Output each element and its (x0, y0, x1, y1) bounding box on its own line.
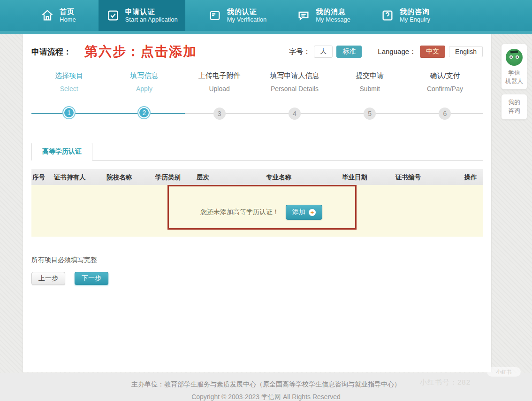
step-confirm-pay: 确认/支付 Confirm/Pay (407, 70, 482, 93)
plus-circle-icon: + (309, 209, 316, 216)
step-submit: 提交申请 Submit (332, 70, 407, 93)
nav-home-en: Home (60, 16, 76, 23)
step-dot-3: 3 (213, 108, 226, 120)
step-dot-6: 6 (439, 108, 451, 120)
col-graduation-date: 毕业日期 (341, 173, 395, 182)
robot-label-line1: 学信 (503, 69, 525, 77)
language-english-button[interactable]: English (449, 46, 483, 57)
message-bubble-icon (296, 8, 311, 23)
flow-label: 申请流程： (31, 46, 71, 57)
tab-bar: 高等学历认证 (31, 143, 483, 161)
table-empty-state: 您还未添加高等学历认证！ 添加 + (31, 185, 483, 237)
checkbox-check-icon (106, 8, 120, 23)
col-actions: 操作 (457, 173, 483, 182)
step-personal-details-zh: 填写申请人信息 (257, 71, 332, 80)
col-certificate-holder: 证书持有人 (53, 173, 106, 182)
nav-my-enquiry-en: My Enquiry (400, 16, 430, 23)
step-dot-5: 5 (364, 108, 376, 120)
step-dot-2: 2 (138, 107, 150, 118)
add-button[interactable]: 添加 + (286, 205, 322, 220)
enquiry-label-line1: 我的 (503, 98, 525, 107)
step-submit-zh: 提交申请 (332, 71, 407, 80)
step-personal-details-en: Personal Details (257, 85, 332, 93)
step-select-zh: 选择项目 (31, 71, 106, 80)
nav-start-application-en: Start an Application (125, 16, 178, 23)
page-footer: 主办单位：教育部学生服务与素质发展中心（原全国高等学校学生信息咨询与就业指导中心… (0, 373, 532, 401)
nav-item-my-verification[interactable]: 我的认证 My Verification (200, 0, 274, 31)
nav-my-message-en: My Message (316, 16, 350, 23)
nav-item-start-application[interactable]: 申请认证 Start an Application (99, 0, 185, 31)
footer-copyright: Copyright © 2003-2023 学信网 All Rights Res… (0, 393, 532, 401)
form-note: 所有项目必须填写完整 (31, 256, 483, 264)
step-upload: 上传电子附件 Upload (182, 70, 257, 93)
col-major: 专业名称 (265, 173, 341, 182)
page-header: 申请流程： 第六步：点击添加 字号： 大 标准 Language： 中文 Eng… (31, 42, 483, 61)
robot-label-line2: 机器人 (503, 77, 525, 85)
step-dot-1: 1 (63, 107, 75, 118)
top-navbar: 首页 Home 申请认证 Start an Application 我的认证 M… (0, 0, 532, 34)
xiaohongshu-watermark-logo: 小红书 (487, 367, 521, 377)
font-standard-button[interactable]: 标准 (336, 46, 362, 58)
step-personal-details: 填写申请人信息 Personal Details (257, 70, 332, 93)
step-dot-4: 4 (289, 108, 301, 120)
nav-my-verification-zh: 我的认证 (227, 8, 267, 16)
id-card-icon (208, 8, 222, 23)
degrees-table: 序号 证书持有人 院校名称 学历类别 层次 专业名称 毕业日期 证书编号 操作 … (31, 170, 483, 237)
step-submit-en: Submit (332, 85, 407, 93)
language-label: Language： (378, 47, 416, 56)
nav-my-message-zh: 我的消息 (316, 8, 350, 16)
chsi-robot-avatar (506, 49, 523, 66)
previous-step-button[interactable]: 上一步 (31, 272, 65, 285)
main-content: 申请流程： 第六步：点击添加 字号： 大 标准 Language： 中文 Eng… (23, 34, 492, 372)
col-institution: 院校名称 (106, 173, 154, 182)
enquiry-label-line2: 咨询 (503, 107, 525, 115)
tab-higher-education-verification[interactable]: 高等学历认证 (31, 143, 92, 161)
xiaohongshu-watermark-text: 小红书号：282 (420, 378, 471, 387)
col-certificate-number: 证书编号 (395, 173, 457, 182)
nav-start-application-zh: 申请认证 (125, 8, 178, 16)
step-apply: 填写信息 Apply (106, 70, 182, 93)
nav-my-verification-en: My Verification (227, 16, 267, 23)
chsi-robot-widget[interactable]: 学信 机器人 (501, 44, 527, 90)
add-button-label: 添加 (292, 208, 305, 216)
side-widgets: 学信 机器人 我的 咨询 (501, 44, 527, 120)
col-level: 层次 (196, 173, 265, 182)
nav-my-enquiry-zh: 我的咨询 (400, 8, 430, 16)
step-upload-en: Upload (182, 85, 257, 93)
my-enquiry-widget[interactable]: 我的 咨询 (501, 94, 527, 119)
nav-item-home[interactable]: 首页 Home (33, 0, 84, 31)
step-apply-en: Apply (106, 85, 182, 93)
step-annotation-text: 第六步：点击添加 (84, 43, 197, 61)
col-index: 序号 (31, 173, 53, 182)
empty-message: 您还未添加高等学历认证！ (200, 208, 279, 216)
step-confirm-pay-en: Confirm/Pay (407, 85, 482, 93)
col-education-type: 学历类别 (154, 173, 196, 182)
step-confirm-pay-zh: 确认/支付 (407, 71, 482, 80)
font-size-label: 字号： (289, 47, 310, 56)
step-select-en: Select (31, 85, 106, 93)
step-indicator: 选择项目 Select 填写信息 Apply 上传电子附件 Upload 填写申… (31, 70, 483, 127)
language-chinese-button[interactable]: 中文 (420, 46, 445, 58)
step-apply-zh: 填写信息 (106, 71, 182, 80)
question-square-icon (380, 8, 395, 23)
nav-item-my-enquiry[interactable]: 我的咨询 My Enquiry (373, 0, 438, 31)
step-upload-zh: 上传电子附件 (182, 71, 257, 80)
nav-item-my-message[interactable]: 我的消息 My Message (289, 0, 358, 31)
next-step-button[interactable]: 下一步 (75, 272, 108, 285)
table-header-row: 序号 证书持有人 院校名称 学历类别 层次 专业名称 毕业日期 证书编号 操作 (31, 170, 483, 185)
nav-home-zh: 首页 (60, 8, 76, 16)
step-select: 选择项目 Select (31, 70, 106, 93)
home-icon (40, 8, 54, 23)
font-large-button[interactable]: 大 (314, 46, 333, 58)
